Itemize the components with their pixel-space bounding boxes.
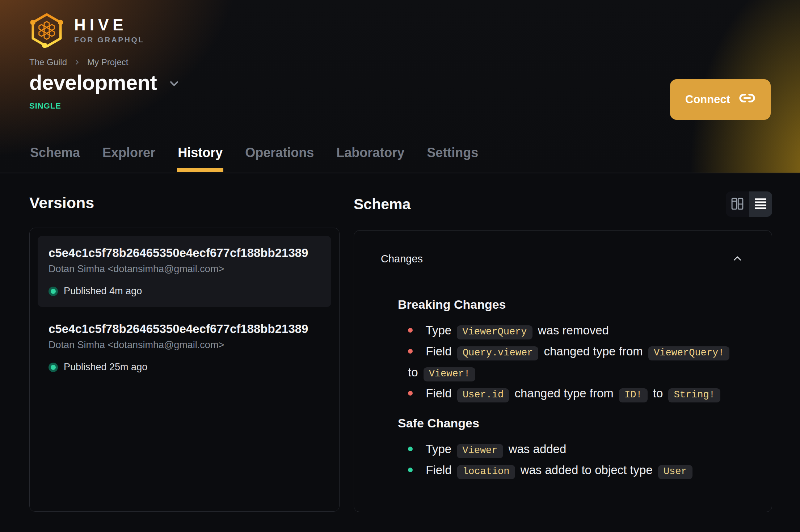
hive-dashboard: HIVE FOR GRAPHQL The Guild My Project de… bbox=[0, 0, 800, 532]
change-group-title: Safe Changes bbox=[398, 416, 745, 430]
code-chip: location bbox=[457, 465, 515, 479]
code-chip: ID! bbox=[619, 388, 648, 402]
code-chip: User bbox=[658, 465, 692, 479]
versions-column: Versions c5e4c1c5f78b26465350e4ecf677cf1… bbox=[29, 173, 340, 512]
columns-view-button[interactable] bbox=[726, 191, 749, 217]
code-chip: ViewerQuery! bbox=[648, 346, 729, 360]
bullet-icon bbox=[408, 391, 413, 396]
published-dot-icon bbox=[49, 363, 58, 372]
tab-operations[interactable]: Operations bbox=[244, 145, 315, 173]
version-hash: c5e4c1c5f78b26465350e4ecf677cf188bb21389 bbox=[49, 246, 320, 260]
tab-history[interactable]: History bbox=[177, 145, 223, 173]
chevron-up-icon bbox=[731, 252, 744, 266]
version-status-text: Published 25m ago bbox=[64, 362, 147, 373]
code-chip: String! bbox=[668, 388, 720, 402]
version-author: Dotan Simha <dotansimha@gmail.com> bbox=[49, 339, 320, 351]
chevron-right-icon bbox=[73, 58, 81, 66]
link-icon bbox=[739, 90, 755, 109]
columns-view-icon bbox=[730, 196, 745, 212]
version-status-text: Published 4m ago bbox=[64, 286, 142, 297]
published-dot-icon bbox=[49, 287, 58, 296]
version-card[interactable]: c5e4c1c5f78b26465350e4ecf677cf188bb21389… bbox=[38, 312, 331, 383]
chevron-down-icon[interactable] bbox=[168, 77, 181, 92]
tab-explorer[interactable]: Explorer bbox=[102, 145, 156, 173]
target-title-row[interactable]: development bbox=[29, 70, 181, 94]
change-list: Type ViewerQuery was removed Field Query… bbox=[408, 321, 748, 405]
change-item: Type Viewer was added bbox=[408, 439, 748, 460]
schema-title: Schema bbox=[354, 196, 410, 213]
change-group-safe: Safe Changes Type Viewer was added Field… bbox=[381, 416, 745, 481]
change-item: Field location was added to object type … bbox=[408, 460, 748, 481]
view-toggle bbox=[726, 191, 772, 217]
schema-column: Schema bbox=[354, 173, 772, 512]
breadcrumb-org[interactable]: The Guild bbox=[29, 57, 67, 67]
bullet-icon bbox=[408, 349, 413, 354]
target-type-badge: SINGLE bbox=[29, 101, 61, 111]
code-chip: Viewer bbox=[457, 444, 503, 458]
brand[interactable]: HIVE FOR GRAPHQL bbox=[29, 13, 144, 48]
version-hash: c5e4c1c5f78b26465350e4ecf677cf188bb21389 bbox=[49, 322, 320, 336]
versions-title: Versions bbox=[29, 194, 340, 212]
code-chip: Viewer! bbox=[424, 367, 475, 381]
version-card[interactable]: c5e4c1c5f78b26465350e4ecf677cf188bb21389… bbox=[38, 236, 331, 307]
tab-schema[interactable]: Schema bbox=[29, 145, 81, 173]
header: HIVE FOR GRAPHQL The Guild My Project de… bbox=[0, 0, 800, 173]
tab-laboratory[interactable]: Laboratory bbox=[336, 145, 405, 173]
tab-settings[interactable]: Settings bbox=[426, 145, 479, 173]
collapse-changes-button[interactable] bbox=[730, 251, 745, 267]
breadcrumb: The Guild My Project bbox=[29, 57, 128, 67]
brand-tagline: FOR GRAPHQL bbox=[74, 35, 144, 44]
change-list: Type Viewer was added Field location was… bbox=[408, 439, 748, 481]
breadcrumb-project[interactable]: My Project bbox=[87, 57, 128, 67]
code-chip: User.id bbox=[457, 388, 509, 402]
versions-panel: c5e4c1c5f78b26465350e4ecf677cf188bb21389… bbox=[29, 228, 340, 512]
change-group-title: Breaking Changes bbox=[398, 297, 745, 312]
bullet-icon bbox=[408, 328, 413, 333]
changes-panel: Changes Breaking Changes Type ViewerQuer… bbox=[354, 230, 772, 512]
changes-label: Changes bbox=[381, 253, 423, 265]
tab-bar: SchemaExplorerHistoryOperationsLaborator… bbox=[29, 145, 479, 173]
change-item: Field User.id changed type from ID! to S… bbox=[408, 384, 748, 405]
version-author: Dotan Simha <dotansimha@gmail.com> bbox=[49, 263, 320, 275]
brand-name: HIVE bbox=[74, 17, 144, 33]
list-view-icon bbox=[753, 197, 768, 212]
page-title: development bbox=[29, 70, 157, 94]
version-status: Published 4m ago bbox=[49, 286, 320, 297]
version-status: Published 25m ago bbox=[49, 362, 320, 373]
brand-text: HIVE FOR GRAPHQL bbox=[74, 17, 144, 44]
change-item: Type ViewerQuery was removed bbox=[408, 321, 748, 342]
change-item: Field Query.viewer changed type from Vie… bbox=[408, 342, 748, 384]
bullet-icon bbox=[408, 447, 413, 451]
code-chip: Query.viewer bbox=[457, 346, 538, 360]
schema-header: Schema bbox=[354, 191, 772, 217]
change-groups: Breaking Changes Type ViewerQuery was re… bbox=[381, 297, 745, 481]
connect-button[interactable]: Connect bbox=[670, 79, 771, 120]
connect-label: Connect bbox=[685, 93, 730, 106]
hive-honeycomb-icon bbox=[29, 13, 64, 48]
changes-header: Changes bbox=[381, 251, 745, 267]
list-view-button[interactable] bbox=[749, 191, 772, 217]
code-chip: ViewerQuery bbox=[457, 325, 532, 339]
bullet-icon bbox=[408, 468, 413, 472]
change-group-breaking: Breaking Changes Type ViewerQuery was re… bbox=[381, 297, 745, 405]
